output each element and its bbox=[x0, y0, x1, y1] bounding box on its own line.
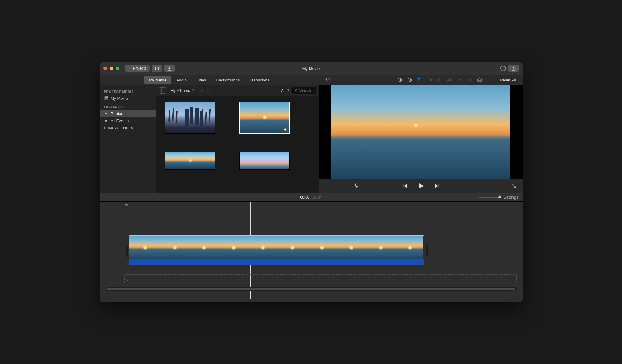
svg-rect-16 bbox=[355, 184, 357, 186]
svg-point-8 bbox=[410, 79, 411, 80]
reset-all-button[interactable]: Reset All bbox=[498, 78, 517, 82]
next-button[interactable] bbox=[434, 183, 440, 189]
sidebar: PROJECT MEDIA 🎬 My Movie LIBRARIES ❋ Pho… bbox=[100, 85, 156, 193]
crop-button[interactable] bbox=[416, 76, 423, 83]
timeline-clip[interactable] bbox=[129, 235, 424, 265]
app-window: 〈 Projects ♪ My Movie My Media Audio bbox=[100, 62, 523, 302]
volume-button[interactable] bbox=[436, 76, 443, 83]
breadcrumb-button[interactable]: My Albums ⇅ bbox=[169, 88, 198, 93]
sidebar-item-my-movie[interactable]: 🎬 My Movie bbox=[100, 95, 156, 102]
sidebar-item-imovie-library[interactable]: ▶ iMovie Library bbox=[100, 124, 156, 131]
filmstrip-icon: ♪ bbox=[154, 66, 159, 71]
noise-reduction-button[interactable] bbox=[446, 76, 453, 83]
music-note-icon: ♪ bbox=[127, 277, 129, 282]
sidebar-item-all-events[interactable]: ★ All Events bbox=[100, 117, 156, 124]
viewer-panel: Reset All bbox=[319, 75, 523, 193]
timecode-row: 00:00 / 00:04 Settings bbox=[100, 193, 523, 202]
video-track bbox=[104, 235, 518, 266]
color-balance-button[interactable] bbox=[396, 76, 403, 83]
add-to-timeline-badge[interactable]: + bbox=[283, 127, 288, 132]
search-field-wrap[interactable] bbox=[292, 87, 316, 94]
media-thumbnail-selected[interactable]: + bbox=[240, 102, 289, 133]
preview-image bbox=[331, 85, 511, 179]
adjustments-toolbar: Reset All bbox=[319, 75, 523, 85]
clip-frame bbox=[159, 236, 188, 259]
minimize-window-button[interactable] bbox=[110, 67, 113, 70]
timecode-duration: 00:04 bbox=[313, 195, 322, 200]
clip-frame bbox=[365, 236, 394, 259]
zoom-window-button[interactable] bbox=[116, 67, 119, 70]
magic-wand-icon bbox=[325, 77, 331, 83]
thumbnail-preview bbox=[240, 152, 289, 169]
tab-audio[interactable]: Audio bbox=[171, 76, 192, 84]
media-import-button[interactable]: ♪ bbox=[152, 65, 162, 72]
background-audio-track[interactable]: ♪ bbox=[124, 274, 517, 285]
sidebar-toggle-button[interactable] bbox=[159, 87, 166, 94]
clip-frame bbox=[394, 236, 424, 259]
projects-back-label: Projects bbox=[133, 66, 147, 71]
updown-arrows-icon: ⇅ bbox=[287, 89, 289, 92]
media-tabs: My Media Audio Titles Backgrounds Transi… bbox=[100, 75, 319, 85]
sidebar-item-label: My Movie bbox=[111, 96, 128, 101]
clip-trim-handle-left[interactable] bbox=[126, 245, 128, 257]
stabilization-button[interactable] bbox=[426, 76, 433, 83]
activity-indicator[interactable] bbox=[500, 66, 506, 71]
color-correction-button[interactable] bbox=[406, 76, 413, 83]
enhance-wand-button[interactable] bbox=[325, 76, 332, 83]
tab-backgrounds[interactable]: Backgrounds bbox=[211, 76, 245, 84]
speed-button[interactable] bbox=[456, 76, 463, 83]
sidebar-item-photos[interactable]: ❋ Photos bbox=[100, 110, 156, 117]
timeline-settings-group: Settings bbox=[479, 195, 518, 200]
svg-point-7 bbox=[409, 79, 409, 80]
disclosure-triangle-icon: ▶ bbox=[104, 126, 106, 129]
play-icon bbox=[417, 182, 425, 190]
timeline[interactable]: ♪ bbox=[100, 202, 523, 302]
projects-back-button[interactable]: 〈 Projects bbox=[125, 65, 150, 72]
toolbar-left-group: 〈 Projects ♪ bbox=[125, 65, 175, 72]
preview-viewer[interactable] bbox=[319, 85, 523, 179]
skip-forward-icon bbox=[434, 183, 440, 189]
search-input[interactable] bbox=[299, 88, 313, 93]
svg-point-9 bbox=[409, 80, 409, 81]
clip-frame bbox=[247, 236, 277, 259]
library-panel: My Media Audio Titles Backgrounds Transi… bbox=[100, 75, 319, 193]
clip-info-button[interactable] bbox=[476, 76, 483, 83]
tab-my-media[interactable]: My Media bbox=[144, 76, 171, 84]
tab-transitions[interactable]: Transitions bbox=[245, 76, 274, 84]
svg-rect-11 bbox=[428, 79, 431, 81]
settings-button[interactable]: Settings bbox=[504, 195, 518, 200]
thumbnail-grid: + bbox=[156, 96, 319, 193]
breadcrumb-separator-icon bbox=[207, 88, 210, 93]
previous-button[interactable] bbox=[402, 183, 408, 189]
camera-icon bbox=[427, 77, 433, 83]
download-arrow-icon bbox=[167, 66, 172, 71]
tab-titles[interactable]: Titles bbox=[192, 76, 211, 84]
voiceover-button[interactable] bbox=[353, 183, 359, 189]
filter-dropdown[interactable]: All ⇅ bbox=[281, 88, 289, 93]
sidebar-header-libraries: LIBRARIES bbox=[100, 102, 156, 110]
media-thumbnail[interactable] bbox=[240, 152, 289, 169]
breadcrumb-separator-icon bbox=[201, 88, 204, 93]
speedometer-icon bbox=[457, 77, 462, 83]
zoom-slider[interactable] bbox=[479, 197, 501, 198]
updown-arrows-icon: ⇅ bbox=[192, 89, 194, 92]
playhead-marker-icon[interactable] bbox=[124, 204, 128, 206]
media-thumbnail[interactable] bbox=[165, 152, 215, 169]
close-window-button[interactable] bbox=[103, 67, 107, 70]
upper-panel: My Media Audio Titles Backgrounds Transi… bbox=[100, 75, 523, 193]
clip-filter-button[interactable] bbox=[466, 76, 473, 83]
clip-trim-handle-right[interactable] bbox=[426, 245, 428, 257]
preview-canvas bbox=[331, 85, 511, 179]
share-button[interactable] bbox=[508, 65, 519, 72]
svg-point-6 bbox=[408, 78, 412, 82]
palette-icon bbox=[407, 77, 413, 83]
thumbnail-skimmer bbox=[278, 102, 278, 133]
timeline-scrollbar[interactable] bbox=[106, 287, 517, 291]
svg-point-4 bbox=[295, 89, 297, 91]
media-thumbnail[interactable] bbox=[165, 102, 215, 133]
clip-audio-lane[interactable] bbox=[129, 259, 424, 265]
play-button[interactable] bbox=[417, 182, 425, 190]
transport-controls bbox=[319, 179, 523, 193]
fullscreen-button[interactable] bbox=[511, 183, 517, 189]
import-download-button[interactable] bbox=[164, 65, 175, 72]
